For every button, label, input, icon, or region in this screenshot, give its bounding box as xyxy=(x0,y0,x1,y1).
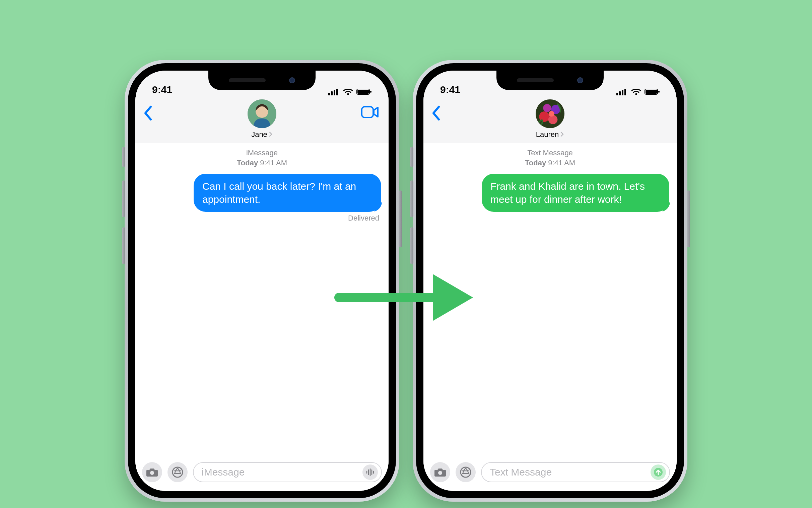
svg-rect-21 xyxy=(624,89,626,95)
chevron-right-icon xyxy=(269,130,273,139)
contact-name: Jane xyxy=(251,130,267,139)
svg-rect-0 xyxy=(328,93,330,95)
conversation-header: Lauren xyxy=(423,97,676,143)
message-day: Today xyxy=(525,159,546,167)
message-type-label: Text Message xyxy=(527,149,573,157)
camera-button[interactable] xyxy=(142,462,162,482)
svg-point-30 xyxy=(543,104,551,112)
wifi-icon xyxy=(631,88,641,95)
compose-bar: iMessage xyxy=(135,457,389,491)
contact-avatar[interactable] xyxy=(536,99,565,128)
sent-message-bubble[interactable]: Can I call you back later? I'm at an app… xyxy=(194,174,381,212)
svg-point-4 xyxy=(347,93,349,95)
speaker-grille xyxy=(229,78,266,82)
app-drawer-button[interactable] xyxy=(167,462,188,482)
svg-point-32 xyxy=(438,471,442,475)
svg-rect-18 xyxy=(616,93,618,95)
contact-avatar[interactable] xyxy=(247,99,276,128)
compose-field[interactable]: Text Message xyxy=(481,462,670,482)
bubble-tail xyxy=(663,203,672,212)
bubble-tail xyxy=(375,203,384,212)
front-camera xyxy=(577,77,583,83)
app-drawer-button[interactable] xyxy=(456,462,476,482)
contact-name-row[interactable]: Jane xyxy=(251,130,273,139)
svg-rect-25 xyxy=(658,91,660,93)
cellular-icon xyxy=(328,88,340,95)
svg-rect-6 xyxy=(357,90,369,94)
message-type-label: iMessage xyxy=(246,149,278,157)
power-button[interactable] xyxy=(687,190,690,247)
battery-icon xyxy=(645,88,660,95)
svg-rect-8 xyxy=(362,107,373,118)
svg-rect-19 xyxy=(619,91,621,95)
svg-rect-2 xyxy=(334,90,335,95)
svg-point-28 xyxy=(548,115,558,124)
compose-placeholder: iMessage xyxy=(202,466,358,478)
svg-point-22 xyxy=(635,93,637,95)
message-text: Can I call you back later? I'm at an app… xyxy=(202,181,356,205)
wifi-icon xyxy=(343,88,353,95)
message-time: 9:41 AM xyxy=(260,159,287,167)
contact-name-row[interactable]: Lauren xyxy=(536,130,565,139)
sent-message-bubble[interactable]: Frank and Khalid are in town. Let's meet… xyxy=(482,174,669,212)
volume-down-button[interactable] xyxy=(122,227,125,264)
compose-field[interactable]: iMessage xyxy=(193,462,382,482)
facetime-button[interactable] xyxy=(361,105,379,120)
send-button[interactable] xyxy=(651,465,666,480)
battery-icon xyxy=(356,88,372,95)
mute-switch[interactable] xyxy=(122,147,125,167)
notch xyxy=(496,71,604,90)
notch xyxy=(208,71,316,90)
front-camera xyxy=(289,77,295,83)
status-time: 9:41 xyxy=(440,84,460,95)
back-button[interactable] xyxy=(143,105,153,122)
power-button[interactable] xyxy=(399,190,402,247)
chevron-right-icon xyxy=(560,130,564,139)
transition-arrow-icon xyxy=(332,267,480,329)
speaker-grille xyxy=(517,78,554,82)
compose-placeholder: Text Message xyxy=(490,466,647,478)
volume-down-button[interactable] xyxy=(410,227,413,264)
contact-name: Lauren xyxy=(536,130,559,139)
back-button[interactable] xyxy=(431,105,441,122)
delivered-status: Delivered xyxy=(143,214,381,222)
status-time: 9:41 xyxy=(152,84,172,95)
message-text: Frank and Khalid are in town. Let's meet… xyxy=(491,181,645,205)
volume-up-button[interactable] xyxy=(122,180,125,217)
volume-up-button[interactable] xyxy=(410,180,413,217)
svg-rect-1 xyxy=(331,91,333,95)
message-time: 9:41 AM xyxy=(548,159,575,167)
svg-rect-24 xyxy=(646,90,657,94)
camera-button[interactable] xyxy=(430,462,450,482)
message-timestamp: iMessage Today 9:41 AM xyxy=(143,148,381,168)
svg-rect-3 xyxy=(336,89,338,95)
conversation-header: Jane xyxy=(135,97,389,143)
svg-rect-7 xyxy=(370,91,372,93)
svg-rect-20 xyxy=(622,90,623,95)
svg-point-11 xyxy=(150,471,154,475)
compose-bar: Text Message xyxy=(423,457,676,491)
svg-point-31 xyxy=(549,111,554,117)
cellular-icon xyxy=(616,88,628,95)
message-day: Today xyxy=(237,159,258,167)
mute-switch[interactable] xyxy=(410,147,413,167)
voice-record-button[interactable] xyxy=(362,465,378,480)
message-timestamp: Text Message Today 9:41 AM xyxy=(431,148,669,168)
